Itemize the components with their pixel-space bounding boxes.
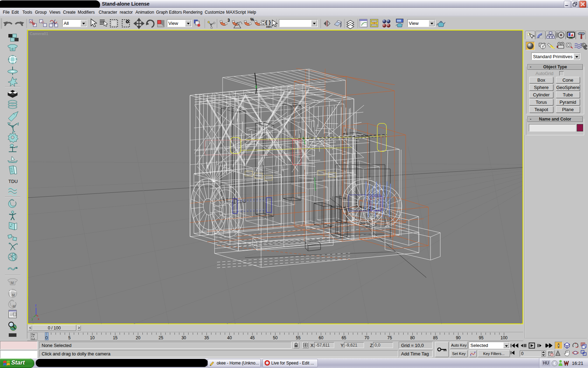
svg-text:y: y	[31, 317, 33, 321]
svg-text:65: 65	[342, 335, 346, 340]
svg-text:100: 100	[500, 335, 507, 340]
svg-text:40: 40	[227, 335, 232, 340]
svg-text:75: 75	[387, 335, 392, 340]
svg-text:70: 70	[364, 335, 369, 340]
svg-text:10: 10	[90, 335, 95, 340]
svg-text:C: C	[12, 47, 14, 51]
svg-text:20: 20	[136, 335, 141, 340]
svg-text:{ }: { }	[265, 19, 271, 25]
svg-text:35: 35	[204, 335, 209, 340]
svg-text:x: x	[38, 317, 40, 321]
svg-text:5: 5	[68, 335, 71, 340]
svg-text:55: 55	[296, 335, 301, 340]
svg-text:90: 90	[456, 335, 461, 340]
svg-text:95: 95	[479, 335, 484, 340]
svg-text:z: z	[35, 304, 37, 307]
svg-text:3: 3	[227, 18, 230, 23]
svg-text:M: M	[13, 305, 15, 308]
svg-text:TDU: TDU	[8, 179, 18, 184]
svg-text:25: 25	[159, 335, 163, 340]
svg-text:50: 50	[273, 335, 278, 340]
svg-text:60: 60	[319, 335, 324, 340]
svg-text:85: 85	[433, 335, 438, 340]
svg-text:80: 80	[410, 335, 415, 340]
svg-text:30: 30	[181, 335, 186, 340]
svg-text:ABC: ABC	[266, 25, 272, 28]
svg-text:45: 45	[250, 335, 255, 340]
svg-text:M: M	[12, 293, 15, 297]
svg-text:M: M	[11, 281, 14, 285]
svg-text:15: 15	[113, 335, 118, 340]
svg-text:0: 0	[46, 335, 48, 340]
svg-text:%: %	[250, 17, 254, 22]
